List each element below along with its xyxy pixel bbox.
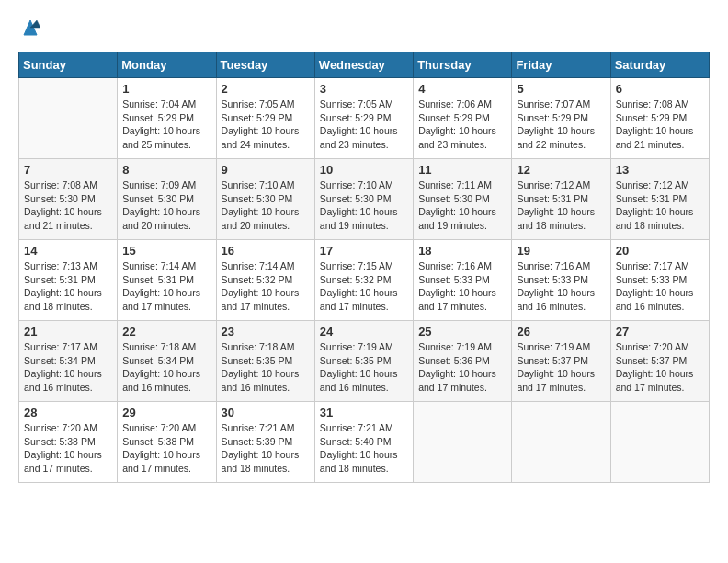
day-info: Sunrise: 7:18 AMSunset: 5:35 PMDaylight:…	[222, 340, 310, 395]
calendar-cell: 20 Sunrise: 7:17 AMSunset: 5:33 PMDaylig…	[610, 240, 709, 321]
day-info: Sunrise: 7:10 AMSunset: 5:30 PMDaylight:…	[222, 178, 310, 233]
calendar-cell: 23 Sunrise: 7:18 AMSunset: 5:35 PMDaylig…	[216, 321, 314, 402]
day-info: Sunrise: 7:07 AMSunset: 5:29 PMDaylight:…	[517, 98, 605, 152]
day-info: Sunrise: 7:16 AMSunset: 5:33 PMDaylight:…	[418, 259, 506, 314]
calendar-cell: 12 Sunrise: 7:12 AMSunset: 5:31 PMDaylig…	[512, 159, 610, 240]
calendar-cell: 1 Sunrise: 7:04 AMSunset: 5:29 PMDayligh…	[118, 78, 216, 159]
day-info: Sunrise: 7:11 AMSunset: 5:30 PMDaylight:…	[418, 178, 506, 233]
day-info: Sunrise: 7:19 AMSunset: 5:36 PMDaylight:…	[418, 340, 506, 395]
calendar-cell	[414, 402, 512, 483]
day-info: Sunrise: 7:08 AMSunset: 5:29 PMDaylight:…	[616, 98, 704, 152]
calendar-cell	[610, 402, 709, 483]
day-info: Sunrise: 7:21 AMSunset: 5:40 PMDaylight:…	[320, 421, 408, 476]
day-info: Sunrise: 7:17 AMSunset: 5:34 PMDaylight:…	[24, 340, 112, 395]
calendar-cell: 2 Sunrise: 7:05 AMSunset: 5:29 PMDayligh…	[216, 78, 314, 159]
day-number: 24	[320, 325, 408, 339]
day-number: 5	[517, 82, 605, 96]
calendar-body: 1 Sunrise: 7:04 AMSunset: 5:29 PMDayligh…	[19, 78, 710, 483]
calendar-cell: 8 Sunrise: 7:09 AMSunset: 5:30 PMDayligh…	[118, 159, 216, 240]
calendar-cell: 6 Sunrise: 7:08 AMSunset: 5:29 PMDayligh…	[610, 78, 709, 159]
day-number: 14	[24, 244, 112, 258]
calendar-cell: 31 Sunrise: 7:21 AMSunset: 5:40 PMDaylig…	[314, 402, 413, 483]
day-info: Sunrise: 7:19 AMSunset: 5:35 PMDaylight:…	[320, 340, 408, 395]
day-info: Sunrise: 7:18 AMSunset: 5:34 PMDaylight:…	[122, 340, 210, 395]
calendar-cell: 11 Sunrise: 7:11 AMSunset: 5:30 PMDaylig…	[414, 159, 512, 240]
day-number: 6	[616, 82, 704, 96]
day-number: 22	[122, 325, 210, 339]
calendar-cell: 3 Sunrise: 7:05 AMSunset: 5:29 PMDayligh…	[314, 78, 413, 159]
calendar-week-4: 21 Sunrise: 7:17 AMSunset: 5:34 PMDaylig…	[19, 321, 710, 402]
day-info: Sunrise: 7:20 AMSunset: 5:37 PMDaylight:…	[616, 340, 704, 395]
day-number: 4	[418, 82, 506, 96]
calendar-cell	[512, 402, 610, 483]
day-number: 11	[418, 163, 506, 177]
calendar-cell: 16 Sunrise: 7:14 AMSunset: 5:32 PMDaylig…	[216, 240, 314, 321]
calendar-cell	[19, 78, 118, 159]
day-info: Sunrise: 7:16 AMSunset: 5:33 PMDaylight:…	[517, 259, 605, 314]
day-info: Sunrise: 7:08 AMSunset: 5:30 PMDaylight:…	[24, 178, 112, 233]
day-info: Sunrise: 7:06 AMSunset: 5:29 PMDaylight:…	[418, 98, 506, 152]
calendar-cell: 14 Sunrise: 7:13 AMSunset: 5:31 PMDaylig…	[19, 240, 118, 321]
header-day-friday: Friday	[512, 52, 610, 78]
day-info: Sunrise: 7:10 AMSunset: 5:30 PMDaylight:…	[320, 178, 408, 233]
day-number: 8	[122, 163, 210, 177]
day-info: Sunrise: 7:12 AMSunset: 5:31 PMDaylight:…	[616, 178, 704, 233]
calendar-cell: 4 Sunrise: 7:06 AMSunset: 5:29 PMDayligh…	[414, 78, 512, 159]
day-number: 26	[517, 325, 605, 339]
day-number: 17	[320, 244, 408, 258]
day-info: Sunrise: 7:05 AMSunset: 5:29 PMDaylight:…	[320, 98, 408, 152]
calendar-cell: 15 Sunrise: 7:14 AMSunset: 5:31 PMDaylig…	[118, 240, 216, 321]
header-day-thursday: Thursday	[414, 52, 512, 78]
calendar-cell: 24 Sunrise: 7:19 AMSunset: 5:35 PMDaylig…	[314, 321, 413, 402]
day-number: 23	[222, 325, 310, 339]
day-number: 13	[616, 163, 704, 177]
calendar-table: SundayMondayTuesdayWednesdayThursdayFrid…	[18, 52, 710, 483]
logo-icon	[20, 18, 40, 37]
calendar-cell: 18 Sunrise: 7:16 AMSunset: 5:33 PMDaylig…	[414, 240, 512, 321]
day-number: 29	[122, 406, 210, 419]
calendar-cell: 21 Sunrise: 7:17 AMSunset: 5:34 PMDaylig…	[19, 321, 118, 402]
header-day-monday: Monday	[118, 52, 216, 78]
calendar-cell: 28 Sunrise: 7:20 AMSunset: 5:38 PMDaylig…	[19, 402, 118, 483]
day-info: Sunrise: 7:13 AMSunset: 5:31 PMDaylight:…	[24, 259, 112, 314]
header-day-sunday: Sunday	[19, 52, 118, 78]
calendar-header: SundayMondayTuesdayWednesdayThursdayFrid…	[19, 52, 710, 78]
day-info: Sunrise: 7:04 AMSunset: 5:29 PMDaylight:…	[122, 98, 210, 152]
day-info: Sunrise: 7:05 AMSunset: 5:29 PMDaylight:…	[222, 98, 310, 152]
calendar-cell: 9 Sunrise: 7:10 AMSunset: 5:30 PMDayligh…	[216, 159, 314, 240]
header-day-saturday: Saturday	[610, 52, 709, 78]
day-number: 30	[222, 406, 310, 419]
day-number: 1	[122, 82, 210, 96]
day-info: Sunrise: 7:09 AMSunset: 5:30 PMDaylight:…	[122, 178, 210, 233]
day-info: Sunrise: 7:19 AMSunset: 5:37 PMDaylight:…	[517, 340, 605, 395]
calendar-cell: 5 Sunrise: 7:07 AMSunset: 5:29 PMDayligh…	[512, 78, 610, 159]
calendar-cell: 10 Sunrise: 7:10 AMSunset: 5:30 PMDaylig…	[314, 159, 413, 240]
header-day-tuesday: Tuesday	[216, 52, 314, 78]
day-number: 27	[616, 325, 704, 339]
calendar-cell: 27 Sunrise: 7:20 AMSunset: 5:37 PMDaylig…	[610, 321, 709, 402]
calendar-cell: 30 Sunrise: 7:21 AMSunset: 5:39 PMDaylig…	[216, 402, 314, 483]
calendar-cell: 19 Sunrise: 7:16 AMSunset: 5:33 PMDaylig…	[512, 240, 610, 321]
calendar-cell: 26 Sunrise: 7:19 AMSunset: 5:37 PMDaylig…	[512, 321, 610, 402]
header-day-wednesday: Wednesday	[314, 52, 413, 78]
calendar-cell: 22 Sunrise: 7:18 AMSunset: 5:34 PMDaylig…	[118, 321, 216, 402]
calendar-week-2: 7 Sunrise: 7:08 AMSunset: 5:30 PMDayligh…	[19, 159, 710, 240]
day-info: Sunrise: 7:14 AMSunset: 5:32 PMDaylight:…	[222, 259, 310, 314]
logo	[18, 18, 40, 37]
day-number: 20	[616, 244, 704, 258]
calendar-week-1: 1 Sunrise: 7:04 AMSunset: 5:29 PMDayligh…	[19, 78, 710, 159]
calendar-week-5: 28 Sunrise: 7:20 AMSunset: 5:38 PMDaylig…	[19, 402, 710, 483]
day-number: 18	[418, 244, 506, 258]
day-info: Sunrise: 7:12 AMSunset: 5:31 PMDaylight:…	[517, 178, 605, 233]
day-number: 16	[222, 244, 310, 258]
day-info: Sunrise: 7:21 AMSunset: 5:39 PMDaylight:…	[222, 421, 310, 476]
day-number: 19	[517, 244, 605, 258]
day-number: 21	[24, 325, 112, 339]
day-info: Sunrise: 7:14 AMSunset: 5:31 PMDaylight:…	[122, 259, 210, 314]
day-number: 10	[320, 163, 408, 177]
calendar-cell: 7 Sunrise: 7:08 AMSunset: 5:30 PMDayligh…	[19, 159, 118, 240]
day-info: Sunrise: 7:17 AMSunset: 5:33 PMDaylight:…	[616, 259, 704, 314]
calendar-cell: 29 Sunrise: 7:20 AMSunset: 5:38 PMDaylig…	[118, 402, 216, 483]
day-number: 9	[222, 163, 310, 177]
day-number: 3	[320, 82, 408, 96]
